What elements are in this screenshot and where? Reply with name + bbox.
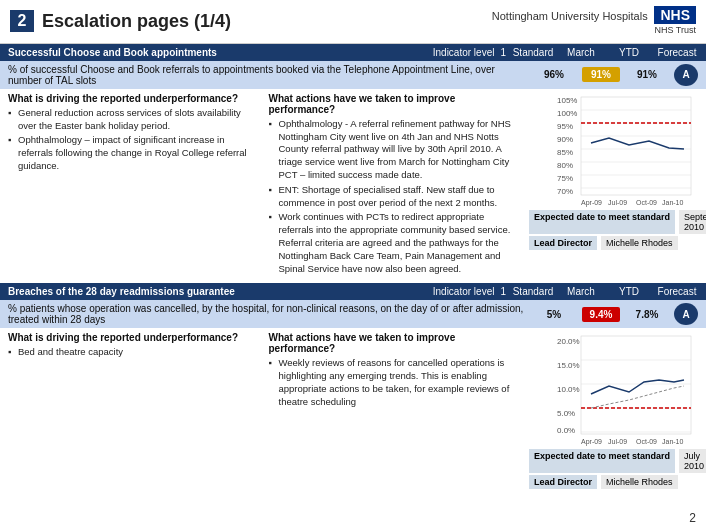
footer-page-number: 2 xyxy=(689,511,696,525)
svg-text:85%: 85% xyxy=(557,148,573,157)
section2-indicator-value: 1 xyxy=(500,286,506,297)
svg-text:Jan-10: Jan-10 xyxy=(662,199,684,206)
svg-text:Jul-09: Jul-09 xyxy=(608,438,627,445)
svg-text:20.0%: 20.0% xyxy=(557,337,580,346)
section2-expected-date-value: July 2010 xyxy=(679,449,706,473)
page-title: Escalation pages (1/4) xyxy=(42,11,231,32)
section1-col-march: March xyxy=(560,47,602,58)
section1-actions-panel: What actions have we taken to improve pe… xyxy=(261,93,514,278)
section1-indicator-info: Indicator level 1 Standard March YTD For… xyxy=(433,47,698,58)
section1-lead-director-row: Lead Director Michelle Rhodes xyxy=(529,236,698,250)
section2-underperformance-panel: What is driving the reported underperfor… xyxy=(8,332,261,434)
section2-lead-director-label: Lead Director xyxy=(529,475,597,489)
section2-actions-list: Weekly reviews of reasons for cancelled … xyxy=(269,357,514,408)
svg-text:5.0%: 5.0% xyxy=(557,409,575,418)
svg-text:0.0%: 0.0% xyxy=(557,426,575,435)
nhs-logo: Nottingham University Hospitals NHS NHS … xyxy=(492,6,696,37)
list-item: ENT: Shortage of specialised staff. New … xyxy=(269,184,514,210)
section1-standard: 96% xyxy=(534,69,574,80)
section2-description: % patients whose operation was cancelled… xyxy=(8,303,526,325)
svg-text:10.0%: 10.0% xyxy=(557,385,580,394)
section1-forecast: A xyxy=(674,64,698,86)
section2: Breaches of the 28 day readmissions guar… xyxy=(0,283,706,493)
section2-chart: 20.0% 15.0% 10.0% 5.0% 0.0% Apr-09 xyxy=(529,332,699,447)
section2-expected-date-label: Expected date to meet standard xyxy=(529,449,675,473)
section2-panels: What is driving the reported underperfor… xyxy=(0,328,521,438)
section1-expected-date-value: September 2010 xyxy=(679,210,706,234)
section1-data-row: % of successful Choose and Book referral… xyxy=(0,61,706,89)
section1-underperformance-panel: What is driving the reported underperfor… xyxy=(8,93,261,278)
section2-ytd: 7.8% xyxy=(628,309,666,320)
section2-info: Expected date to meet standard July 2010… xyxy=(529,449,698,489)
section2-actions-heading: What actions have we taken to improve pe… xyxy=(269,332,514,354)
section1-expected-date-label: Expected date to meet standard xyxy=(529,210,675,234)
section2-lead-director-row: Lead Director Michelle Rhodes xyxy=(529,475,698,489)
svg-text:95%: 95% xyxy=(557,122,573,131)
section2-title: Breaches of the 28 day readmissions guar… xyxy=(8,286,235,297)
section2-left: What is driving the reported underperfor… xyxy=(0,328,521,493)
section1-col-ytd: YTD xyxy=(608,47,650,58)
section2-lead-director-value: Michelle Rhodes xyxy=(601,475,678,489)
section2-indicator-info: Indicator level 1 Standard March YTD For… xyxy=(433,286,698,297)
section1-description: % of successful Choose and Book referral… xyxy=(8,64,526,86)
section2-underperformance-heading: What is driving the reported underperfor… xyxy=(8,332,253,343)
section2-chart-area: 20.0% 15.0% 10.0% 5.0% 0.0% Apr-09 xyxy=(521,328,706,493)
nhs-org-name: Nottingham University Hospitals xyxy=(492,10,648,22)
section2-underperformance-list: Bed and theatre capacity xyxy=(8,346,253,359)
svg-text:Jan-10: Jan-10 xyxy=(662,438,684,445)
section1-actions-list: Ophthalmology - A referral refinement pa… xyxy=(269,118,514,276)
section2-content: What is driving the reported underperfor… xyxy=(0,328,706,493)
section1-info: Expected date to meet standard September… xyxy=(529,210,698,250)
section2-forecast: A xyxy=(674,303,698,325)
svg-text:Apr-09: Apr-09 xyxy=(581,199,602,207)
section1-march: 91% xyxy=(582,67,620,82)
page-header: 2 Escalation pages (1/4) Nottingham Univ… xyxy=(0,0,706,44)
section2-col-forecast: Forecast xyxy=(656,286,698,297)
section1-content: What is driving the reported underperfor… xyxy=(0,89,706,282)
page-number: 2 xyxy=(10,10,34,32)
nhs-badge: NHS xyxy=(654,6,696,24)
section2-col-standard: Standard xyxy=(512,286,554,297)
section2-expected-date-row: Expected date to meet standard July 2010 xyxy=(529,449,698,473)
section2-actions-panel: What actions have we taken to improve pe… xyxy=(261,332,514,434)
list-item: Weekly reviews of reasons for cancelled … xyxy=(269,357,514,408)
section1-header: Successful Choose and Book appointments … xyxy=(0,44,706,61)
section1-actions-heading: What actions have we taken to improve pe… xyxy=(269,93,514,115)
section1-indicator-value: 1 xyxy=(500,47,506,58)
svg-text:105%: 105% xyxy=(557,96,577,105)
section2-col-march: March xyxy=(560,286,602,297)
section2-march: 9.4% xyxy=(582,307,620,322)
section1-expected-date-row: Expected date to meet standard September… xyxy=(529,210,698,234)
svg-text:15.0%: 15.0% xyxy=(557,361,580,370)
section2-header: Breaches of the 28 day readmissions guar… xyxy=(0,283,706,300)
section1-underperformance-heading: What is driving the reported underperfor… xyxy=(8,93,253,104)
section1-left: What is driving the reported underperfor… xyxy=(0,89,521,282)
section1-chart-area: 105% 100% 95% 90% 85% 80% 75% 70% xyxy=(521,89,706,282)
title-box: 2 Escalation pages (1/4) xyxy=(10,10,231,32)
section1-ytd: 91% xyxy=(628,69,666,80)
section1-panels: What is driving the reported underperfor… xyxy=(0,89,521,282)
svg-text:75%: 75% xyxy=(557,174,573,183)
section1-lead-director-label: Lead Director xyxy=(529,236,597,250)
section1: Successful Choose and Book appointments … xyxy=(0,44,706,282)
svg-text:Apr-09: Apr-09 xyxy=(581,438,602,446)
svg-text:Jul-09: Jul-09 xyxy=(608,199,627,206)
list-item: Bed and theatre capacity xyxy=(8,346,253,359)
svg-rect-26 xyxy=(581,336,691,434)
section1-lead-director-value: Michelle Rhodes xyxy=(601,236,678,250)
section1-chart: 105% 100% 95% 90% 85% 80% 75% 70% xyxy=(529,93,699,208)
section2-data-row: % patients whose operation was cancelled… xyxy=(0,300,706,328)
svg-text:80%: 80% xyxy=(557,161,573,170)
section2-indicator-label: Indicator level xyxy=(433,286,495,297)
section1-col-standard: Standard xyxy=(512,47,554,58)
svg-text:90%: 90% xyxy=(557,135,573,144)
list-item: Work continues with PCTs to redirect app… xyxy=(269,211,514,275)
nhs-trust-name: NHS Trust xyxy=(654,25,696,35)
list-item: General reduction across services of slo… xyxy=(8,107,253,133)
section2-standard: 5% xyxy=(534,309,574,320)
section2-col-ytd: YTD xyxy=(608,286,650,297)
section1-col-forecast: Forecast xyxy=(656,47,698,58)
svg-rect-8 xyxy=(581,97,691,195)
section1-title: Successful Choose and Book appointments xyxy=(8,47,217,58)
section1-underperformance-list: General reduction across services of slo… xyxy=(8,107,253,173)
